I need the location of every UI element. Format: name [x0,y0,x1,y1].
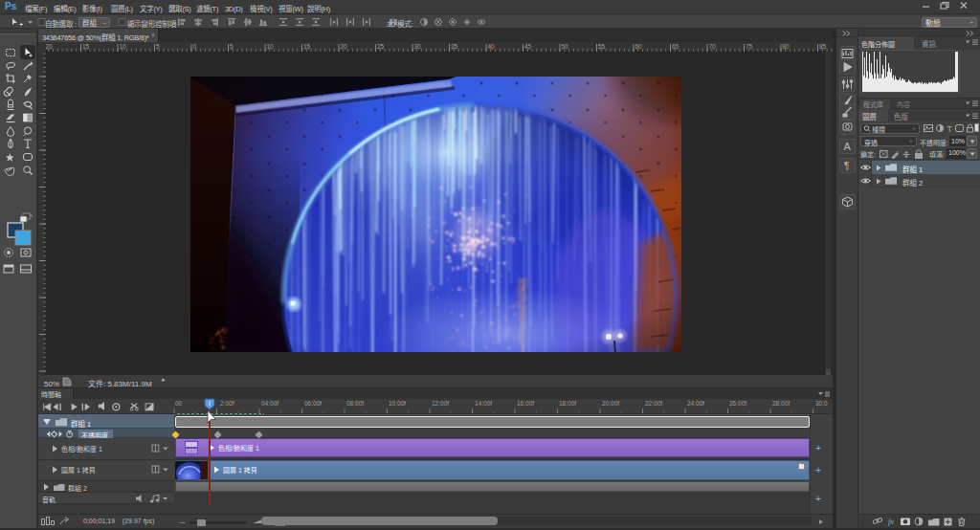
svg-text:T: T [947,124,953,134]
svg-text:¶: ¶ [844,161,849,171]
svg-text:A: A [844,141,852,152]
svg-text:fx: fx [888,518,894,526]
